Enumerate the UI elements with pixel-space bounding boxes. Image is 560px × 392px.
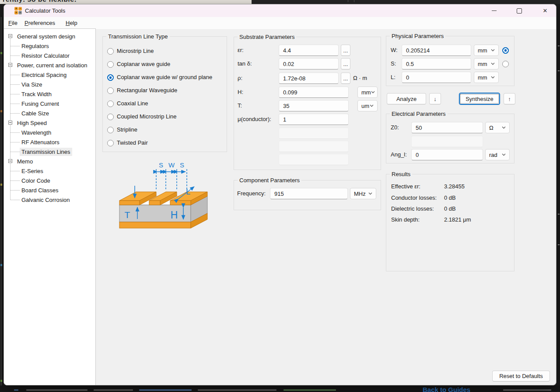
radio-coplanar-wave-guide[interactable]: [107, 61, 114, 68]
close-button[interactable]: ✕: [535, 4, 555, 17]
s-solve-radio[interactable]: [502, 61, 509, 67]
collapse-icon[interactable]: [8, 121, 12, 125]
t-unit-combo[interactable]: um: [357, 100, 378, 111]
er-label: εr:: [238, 46, 244, 54]
back-to-guides-link[interactable]: Back to Guides: [423, 386, 470, 392]
conductor-losses-label: Conductor losses:: [391, 194, 437, 202]
calculator-app-icon: + − × =: [14, 7, 22, 14]
radio-rectangular-waveguide[interactable]: [107, 87, 114, 94]
tand-input[interactable]: [279, 58, 339, 69]
menu-preferences[interactable]: Preferences: [24, 17, 56, 29]
tree-item-via-size[interactable]: Via Size: [4, 80, 95, 89]
background-code-fragment: [198, 389, 276, 391]
synthesize-up-button[interactable]: ↑: [504, 93, 515, 104]
z0-unit-combo[interactable]: Ω: [485, 122, 510, 133]
background-glyph-fragment: [558, 214, 560, 215]
tree-item-track-width[interactable]: Track Width: [4, 89, 95, 99]
tand-more-button[interactable]: ...: [341, 58, 350, 69]
background-right-strip: [556, 4, 560, 392]
s-input[interactable]: [402, 58, 471, 69]
tree-item-wavelength[interactable]: Wavelength: [4, 128, 95, 137]
tree-item-transmission-lines[interactable]: Transmission Lines: [4, 147, 95, 156]
background-code-fragment: [284, 389, 336, 391]
tree-item-fusing-current[interactable]: Fusing Current: [4, 99, 95, 108]
ang-l-input[interactable]: [411, 149, 483, 160]
analyze-button[interactable]: Analyze: [387, 93, 426, 104]
minimize-icon: [492, 10, 497, 11]
s-unit-combo[interactable]: mm: [474, 58, 499, 69]
tree-item-galvanic-corrosion[interactable]: Galvanic Corrosion: [4, 195, 95, 205]
substrate-disabled-input-1: [279, 128, 349, 139]
radio-coupled-microstrip-line[interactable]: [107, 114, 114, 120]
chevron-down-icon: [491, 49, 495, 52]
group-title: Results: [390, 170, 412, 178]
tree-item-memo[interactable]: Memo: [4, 156, 95, 166]
collapse-icon[interactable]: [8, 34, 12, 38]
background-speck: [0, 110, 2, 112]
w-input[interactable]: [402, 45, 471, 56]
collapse-icon[interactable]: [8, 63, 12, 67]
tree-item-cable-size[interactable]: Cable Size: [4, 108, 95, 118]
menu-help[interactable]: Help: [65, 17, 78, 29]
l-input[interactable]: [402, 72, 471, 83]
tree-item-power-current-isolation[interactable]: Power, current and isolation: [4, 60, 95, 70]
chevron-down-icon: [491, 76, 495, 79]
l-label: L:: [391, 73, 396, 81]
h-label: H:: [238, 88, 243, 96]
substrate-disabled-input-3: [279, 154, 349, 165]
frequency-input[interactable]: [270, 188, 348, 199]
collapse-icon[interactable]: [8, 159, 12, 163]
er-input[interactable]: [279, 45, 339, 56]
radio-twisted-pair[interactable]: [107, 140, 114, 146]
rho-input[interactable]: [279, 73, 339, 84]
diagram-label-s1: S: [159, 161, 163, 169]
synthesize-button[interactable]: Synthesize: [459, 93, 500, 105]
group-title: Physical Parameters: [390, 32, 445, 40]
navigation-tree: General system design Regulators Resisto…: [4, 28, 96, 385]
electrical-disabled-input: [411, 136, 483, 147]
tree-item-electrical-spacing[interactable]: Electrical Spacing: [4, 70, 95, 80]
tree-item-rf-attenuators[interactable]: RF Attenuators: [4, 137, 95, 147]
t-input[interactable]: [279, 100, 349, 111]
calc-icon-plus: +: [14, 7, 18, 10]
group-title: Component Parameters: [238, 177, 301, 184]
l-unit-combo[interactable]: mm: [474, 72, 499, 83]
analyze-down-button[interactable]: ↓: [429, 93, 441, 104]
diagram-label-s2: S: [180, 161, 184, 169]
tree-item-color-code[interactable]: Color Code: [4, 176, 95, 185]
h-input[interactable]: [279, 87, 349, 98]
minimize-button[interactable]: [484, 4, 504, 17]
radio-coaxial-line[interactable]: [107, 101, 114, 107]
chevron-down-icon: [371, 91, 375, 94]
er-more-button[interactable]: ...: [341, 45, 350, 56]
tree-item-e-series[interactable]: E-Series: [4, 166, 95, 176]
z0-input[interactable]: [411, 122, 483, 133]
w-solve-radio[interactable]: [502, 47, 509, 54]
tree-item-resistor-calculator[interactable]: Resistor Calculator: [4, 51, 95, 60]
title-bar: + − × = Calculator Tools ✕: [4, 4, 556, 17]
mu-label: μ(conductor):: [238, 115, 271, 123]
tree-item-board-classes[interactable]: Board Classes: [4, 185, 95, 195]
diagram-label-t: T: [125, 210, 130, 220]
tree-item-general-system-design[interactable]: General system design: [4, 31, 95, 41]
tree-item-high-speed[interactable]: High Speed: [4, 118, 95, 128]
calc-icon-equals: =: [18, 11, 22, 14]
menu-file[interactable]: File: [7, 17, 18, 29]
radio-microstrip-line[interactable]: [107, 48, 114, 55]
maximize-button[interactable]: [509, 4, 529, 17]
tree-item-regulators[interactable]: Regulators: [4, 41, 95, 51]
h-unit-combo[interactable]: mm: [357, 87, 378, 98]
ang-l-unit-combo[interactable]: rad: [485, 149, 510, 160]
radio-coplanar-wave-guide-ground-plane[interactable]: [107, 74, 114, 81]
mu-input[interactable]: [279, 114, 349, 125]
reset-to-defaults-button[interactable]: Reset to Defaults: [492, 371, 550, 382]
background-speck: [0, 380, 2, 382]
skin-depth-label: Skin depth:: [391, 216, 420, 224]
chevron-down-icon: [368, 192, 372, 195]
w-unit-combo[interactable]: mm: [474, 45, 499, 56]
radio-stripline[interactable]: [107, 127, 114, 133]
group-title: Transmission Line Type: [106, 33, 170, 40]
frequency-unit-combo[interactable]: MHz: [350, 188, 376, 199]
rho-more-button[interactable]: ...: [341, 73, 350, 84]
background-page-strip: rently: so be flexible!: [0, 0, 252, 4]
